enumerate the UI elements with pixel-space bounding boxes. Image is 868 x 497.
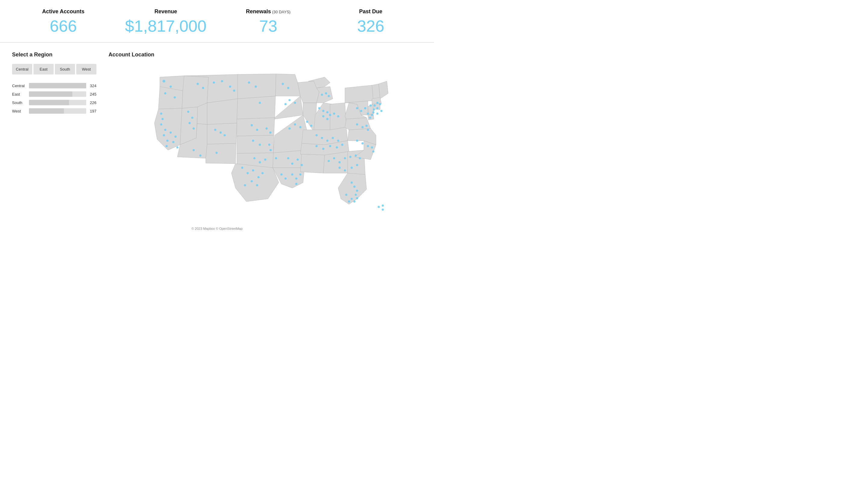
svg-point-36: [256, 184, 258, 186]
svg-point-52: [289, 128, 291, 130]
stats-header: Active Accounts666Revenue$1,817,000Renew…: [0, 0, 434, 43]
svg-point-117: [376, 108, 378, 110]
bar-row-central: Central324: [12, 83, 97, 88]
svg-point-1: [170, 86, 172, 88]
svg-point-116: [379, 103, 381, 105]
svg-point-3: [174, 97, 176, 99]
svg-point-56: [310, 125, 312, 127]
region-btn-west[interactable]: West: [76, 64, 97, 74]
bar-value-east: 245: [90, 92, 97, 97]
svg-point-51: [294, 102, 296, 104]
svg-point-86: [328, 160, 330, 162]
svg-point-66: [322, 110, 324, 112]
svg-point-41: [256, 129, 258, 131]
svg-point-98: [353, 186, 355, 188]
svg-point-49: [284, 103, 286, 105]
svg-point-92: [359, 157, 361, 159]
svg-point-32: [258, 176, 260, 178]
svg-point-39: [259, 102, 261, 104]
svg-point-26: [193, 149, 195, 152]
svg-point-118: [372, 111, 374, 113]
svg-point-50: [289, 99, 291, 101]
svg-point-132: [275, 157, 277, 159]
svg-point-120: [380, 110, 382, 112]
us-map-svg: [108, 61, 422, 218]
svg-point-106: [356, 108, 358, 110]
svg-point-134: [233, 89, 235, 92]
stat-value-active-accounts: 666: [12, 17, 115, 35]
svg-point-109: [367, 113, 369, 115]
svg-point-71: [322, 115, 324, 118]
bar-label-south: South: [12, 100, 27, 105]
svg-point-65: [318, 108, 320, 110]
svg-point-124: [367, 129, 369, 131]
bar-label-east: East: [12, 92, 27, 97]
svg-point-24: [219, 131, 222, 133]
bar-fill-east: [29, 91, 72, 97]
svg-point-107: [360, 110, 362, 112]
stat-value-revenue: $1,817,000: [115, 17, 217, 35]
svg-point-95: [351, 167, 353, 169]
svg-point-101: [351, 198, 353, 200]
svg-point-31: [252, 170, 254, 172]
bar-value-south: 226: [90, 100, 97, 105]
bar-track-south: [29, 100, 86, 105]
bar-value-west: 197: [90, 109, 97, 113]
svg-point-89: [344, 157, 346, 159]
svg-point-64: [295, 183, 297, 185]
svg-point-119: [376, 113, 378, 115]
svg-point-137: [266, 128, 268, 130]
svg-point-69: [333, 113, 335, 115]
svg-point-8: [163, 134, 165, 136]
svg-point-84: [336, 146, 338, 149]
svg-point-55: [306, 121, 308, 123]
svg-point-74: [325, 92, 327, 95]
svg-point-75: [328, 95, 330, 97]
svg-point-30: [247, 172, 249, 174]
svg-point-34: [251, 180, 253, 183]
svg-point-125: [356, 140, 358, 142]
svg-point-48: [287, 87, 289, 89]
svg-point-38: [255, 86, 257, 88]
region-btn-south[interactable]: South: [55, 64, 75, 74]
svg-point-62: [295, 178, 297, 180]
region-btn-east[interactable]: East: [33, 64, 54, 74]
region-section-title: Select a Region: [12, 52, 97, 58]
svg-point-85: [341, 144, 343, 146]
stat-label-revenue: Revenue: [115, 9, 217, 15]
stat-revenue: Revenue$1,817,000: [115, 9, 217, 35]
svg-point-22: [221, 80, 223, 82]
svg-point-126: [362, 142, 364, 144]
svg-point-70: [337, 115, 339, 118]
svg-point-45: [259, 161, 261, 164]
svg-point-35: [244, 184, 246, 186]
svg-point-78: [326, 140, 328, 142]
svg-point-80: [337, 140, 339, 142]
stat-label-past-due: Past Due: [320, 9, 422, 15]
svg-point-53: [294, 123, 296, 126]
stat-label-renewals: Renewals (30 DAYS): [217, 9, 320, 15]
svg-point-60: [300, 164, 303, 166]
svg-point-18: [193, 128, 195, 130]
region-btn-central[interactable]: Central: [12, 64, 32, 74]
svg-point-28: [216, 152, 218, 154]
svg-point-43: [259, 144, 261, 146]
bar-value-central: 324: [90, 84, 97, 88]
svg-point-141: [382, 204, 384, 207]
svg-point-58: [291, 162, 293, 165]
stat-renewals: Renewals (30 DAYS)73: [217, 9, 320, 35]
svg-point-10: [165, 145, 167, 147]
bar-label-central: Central: [12, 84, 27, 88]
svg-point-139: [378, 206, 380, 208]
bar-track-east: [29, 91, 86, 97]
bar-row-west: West197: [12, 108, 97, 114]
svg-point-138: [269, 131, 271, 133]
stat-value-past-due: 326: [320, 17, 422, 35]
svg-point-21: [213, 82, 215, 84]
svg-point-2: [164, 92, 166, 95]
svg-point-108: [364, 108, 366, 110]
svg-point-42: [252, 140, 254, 142]
svg-point-57: [287, 157, 289, 159]
svg-point-9: [166, 140, 168, 142]
svg-point-59: [297, 159, 299, 161]
